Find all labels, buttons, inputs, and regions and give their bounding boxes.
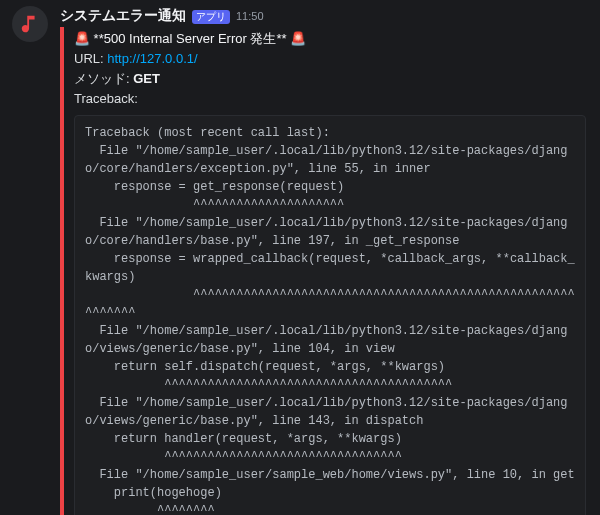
error-embed: 🚨 **500 Internal Server Error 発生** 🚨 URL… [60,27,588,515]
app-badge: アプリ [192,10,230,24]
message-timestamp: 11:50 [236,7,264,25]
message-header: システムエラー通知 アプリ 11:50 [60,6,588,25]
siren-icon: ** 🚨 [276,31,306,46]
chat-message: システムエラー通知 アプリ 11:50 🚨 **500 Internal Ser… [0,0,600,515]
siren-icon: 🚨 ** [74,31,104,46]
message-content: システムエラー通知 アプリ 11:50 🚨 **500 Internal Ser… [60,6,588,515]
method-line: メソッド: GET [74,69,588,89]
bot-avatar[interactable] [12,6,48,42]
traceback-codeblock[interactable]: Traceback (most recent call last): File … [74,115,586,515]
author-name[interactable]: システムエラー通知 [60,6,186,24]
embed-title-text: 500 Internal Server Error 発生 [104,31,277,46]
traceback-label: Traceback: [74,89,588,109]
url-label: URL: [74,51,107,66]
method-value: GET [133,71,160,86]
music-note-icon [19,13,41,35]
url-link[interactable]: http://127.0.0.1/ [107,51,197,66]
url-line: URL: http://127.0.0.1/ [74,49,588,69]
method-label: メソッド: [74,71,133,86]
embed-title: 🚨 **500 Internal Server Error 発生** 🚨 [74,29,588,49]
